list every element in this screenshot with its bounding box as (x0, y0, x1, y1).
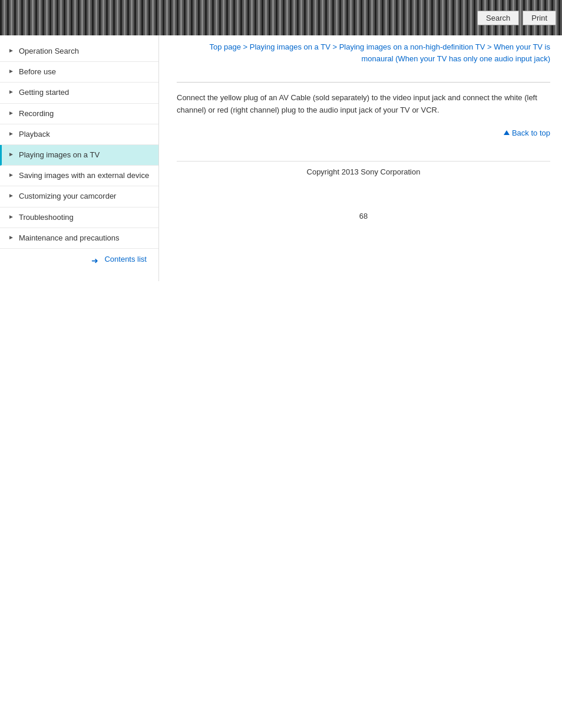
sidebar-item-troubleshooting[interactable]: ► Troubleshooting (0, 207, 158, 228)
chevron-right-icon: ► (8, 67, 15, 75)
sidebar-item-label: Recording (19, 108, 153, 119)
sidebar: ► Operation Search ► Before use ► Gettin… (0, 35, 159, 281)
sidebar-item-label: Getting started (19, 87, 153, 98)
breadcrumb-top-page[interactable]: Top page (209, 42, 241, 51)
sidebar-item-label: Saving images with an external device (19, 170, 153, 181)
sidebar-item-playing-images[interactable]: ► Playing images on a TV (0, 145, 158, 166)
contents-list-link[interactable]: Contents list (0, 249, 158, 269)
sidebar-item-saving-images[interactable]: ► Saving images with an external device (0, 166, 158, 186)
sidebar-item-label: Playback (19, 129, 153, 140)
content-divider (177, 82, 550, 83)
triangle-up-icon (504, 130, 510, 135)
sidebar-item-label: Customizing your camcorder (19, 191, 153, 202)
breadcrumb-playing-images-tv[interactable]: Playing images on a TV (250, 42, 330, 51)
sidebar-item-playback[interactable]: ► Playback (0, 124, 158, 145)
sidebar-item-label: Playing images on a TV (19, 150, 153, 160)
content-area: Top page > Playing images on a TV > Play… (159, 35, 562, 281)
chevron-right-icon: ► (8, 171, 15, 179)
chevron-right-icon: ► (8, 192, 15, 200)
breadcrumb-separator-2: > (332, 42, 339, 51)
copyright-text: Copyright 2013 Sony Corporation (177, 161, 550, 176)
sidebar-item-maintenance[interactable]: ► Maintenance and precautions (0, 228, 158, 249)
chevron-right-icon: ► (8, 150, 15, 159)
sidebar-item-getting-started[interactable]: ► Getting started (0, 83, 158, 103)
arrow-right-icon (91, 256, 102, 262)
sidebar-item-label: Before use (19, 67, 153, 77)
sidebar-item-customizing[interactable]: ► Customizing your camcorder (0, 186, 158, 207)
print-button[interactable]: Print (523, 11, 556, 25)
back-to-top-label: Back to top (512, 129, 550, 137)
sidebar-item-label: Operation Search (19, 46, 153, 57)
page-number: 68 (177, 212, 550, 220)
main-layout: ► Operation Search ► Before use ► Gettin… (0, 35, 562, 281)
main-body-text: Connect the yellow plug of an AV Cable (… (177, 92, 550, 117)
sidebar-item-label: Troubleshooting (19, 212, 153, 223)
back-to-top-link[interactable]: Back to top (177, 129, 550, 137)
header-bar: Search Print (0, 0, 562, 35)
breadcrumb-separator-1: > (243, 42, 250, 51)
chevron-right-icon: ► (8, 130, 15, 138)
search-button[interactable]: Search (477, 11, 519, 25)
chevron-right-icon: ► (8, 109, 15, 117)
chevron-right-icon: ► (8, 233, 15, 242)
chevron-right-icon: ► (8, 88, 15, 96)
contents-list-label: Contents list (104, 255, 147, 263)
chevron-right-icon: ► (8, 47, 15, 55)
sidebar-item-operation-search[interactable]: ► Operation Search (0, 41, 158, 62)
breadcrumb: Top page > Playing images on a TV > Play… (177, 41, 550, 64)
chevron-right-icon: ► (8, 213, 15, 221)
sidebar-item-label: Maintenance and precautions (19, 233, 153, 243)
breadcrumb-non-hd-tv[interactable]: Playing images on a non-high-definition … (339, 42, 485, 51)
sidebar-item-before-use[interactable]: ► Before use (0, 62, 158, 83)
sidebar-item-recording[interactable]: ► Recording (0, 104, 158, 124)
